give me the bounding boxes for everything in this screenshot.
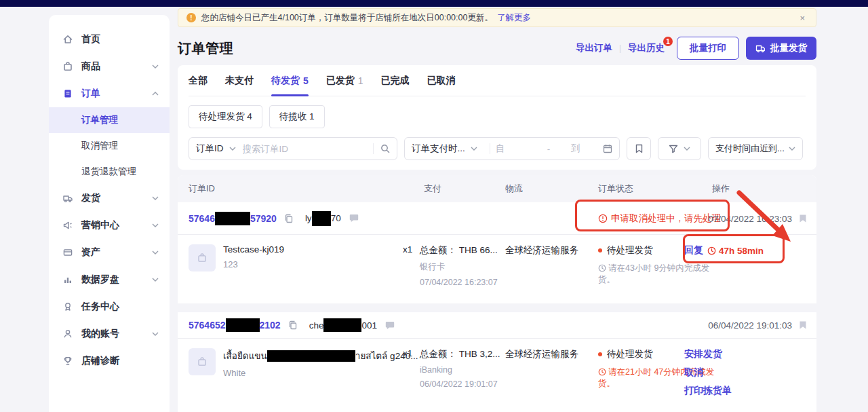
product-name: เสื้อยืดแขนายสไตล์ g240... <box>223 348 418 363</box>
data-compass-icon <box>62 274 73 285</box>
sidebar-item-marketing[interactable]: 营销中心 <box>49 212 170 239</box>
tab-unpaid[interactable]: 未支付 <box>225 65 254 96</box>
payment-method: iBanking <box>420 365 500 375</box>
arrange-shipment-link[interactable]: 安排发货 <box>684 348 732 360</box>
sidebar-label-products: 商品 <box>81 60 152 73</box>
status-note: 请在43小时 9分钟内完成发货。 <box>598 263 717 286</box>
order-id-link[interactable]: 5764657920 <box>189 212 277 225</box>
order-id-link[interactable]: 57646522102 <box>189 318 281 332</box>
orders-table: 订单ID 支付 物流 订单状态 操作 5764657920 ly70 <box>178 175 816 412</box>
sidebar-item-my-account[interactable]: 我的账号 <box>49 320 170 348</box>
banner-learn-more-link[interactable]: 了解更多 <box>497 12 531 24</box>
order-row-detail: Testcase-kj019 123 x1 总金额： THB 66... 银行卡… <box>178 235 816 303</box>
order-time: 07/04/2022 16:23:03 <box>708 213 792 223</box>
sidebar-item-home[interactable]: 首页 <box>49 26 170 53</box>
banner-close-icon[interactable]: × <box>797 13 808 23</box>
chevron-down-icon <box>152 223 159 227</box>
divider: | <box>619 43 621 53</box>
filter-button[interactable] <box>658 137 701 160</box>
sort-select[interactable]: 支付时间由近到... <box>708 137 803 160</box>
product-name: Testcase-kj019 <box>223 244 284 255</box>
sidebar-label-home: 首页 <box>81 33 159 45</box>
chevron-down-icon <box>229 147 236 151</box>
amount-value: THB 3,2... <box>459 349 500 359</box>
home-icon <box>62 34 73 45</box>
copy-icon[interactable] <box>288 320 297 330</box>
task-center-icon <box>62 301 73 312</box>
page-header: 订单管理 导出订单 | 导出历史 1 批量打印 批量发货 <box>178 34 816 62</box>
copy-icon[interactable] <box>284 214 293 223</box>
export-orders-link[interactable]: 导出订单 <box>576 42 612 54</box>
date-field-value: 订单支付时... <box>412 143 465 155</box>
search-input[interactable] <box>243 144 368 154</box>
chevron-down-icon <box>152 64 159 69</box>
sidebar-label-shipping: 发货 <box>81 192 152 204</box>
export-history-wrap: 导出历史 1 <box>628 42 665 54</box>
sidebar-item-orders[interactable]: 订单 <box>49 80 170 107</box>
actions-cell: 安排发货 取消 打印拣货单 <box>684 348 732 403</box>
sidebar-subitem-order-management[interactable]: 订单管理 <box>49 107 170 133</box>
order-icon <box>62 88 73 99</box>
sidebar-label-assets: 资产 <box>81 246 152 259</box>
payment-time: 06/04/2022 19:01:07 <box>420 379 500 389</box>
sub-status-chips: 待处理发货 4 待揽收 1 <box>189 105 806 128</box>
cancel-link[interactable]: 取消 <box>684 367 732 379</box>
warning-icon: ! <box>186 13 196 22</box>
tab-to-ship[interactable]: 待发货5 <box>271 65 309 96</box>
flag-icon[interactable] <box>799 214 807 223</box>
date-to-input[interactable]: 到 <box>550 143 601 155</box>
buyer-name[interactable]: ly70 <box>305 211 341 226</box>
tab-completed[interactable]: 已完成 <box>381 65 410 96</box>
product-cell[interactable]: Testcase-kj019 123 <box>189 244 284 271</box>
bookmark-icon <box>635 144 644 153</box>
redaction-block <box>323 318 361 332</box>
col-order-status: 订单状态 <box>598 183 633 195</box>
chip-pending-ship[interactable]: 待处理发货 4 <box>189 105 262 128</box>
search-icon[interactable] <box>379 144 397 153</box>
chat-icon[interactable] <box>385 321 395 330</box>
saved-filter-button[interactable] <box>627 137 651 160</box>
amount-label: 总金额： <box>420 245 456 255</box>
status-dot <box>598 248 602 252</box>
sidebar-item-task-center[interactable]: 任务中心 <box>49 293 170 320</box>
logistics-cell: 全球经济运输服务 <box>505 244 578 257</box>
divider <box>373 143 374 154</box>
sidebar-item-products[interactable]: 商品 <box>49 53 170 80</box>
redaction-block <box>226 318 260 332</box>
sidebar-item-shipping[interactable]: 发货 <box>49 185 170 212</box>
assets-icon <box>62 247 73 258</box>
order-identity: 57646522102 che001 <box>189 318 395 332</box>
batch-ship-button[interactable]: 批量发货 <box>746 37 816 60</box>
product-cell[interactable]: เสื้อยืดแขนายสไตล์ g240... White <box>189 348 418 378</box>
sidebar-label-task-center: 任务中心 <box>81 301 159 313</box>
sidebar-item-assets[interactable]: 资产 <box>49 239 170 266</box>
payment-cell: 总金额： THB 66... 银行卡 07/04/2022 16:23:07 <box>420 244 498 287</box>
date-from-input[interactable]: 自 <box>496 143 547 155</box>
print-picklist-link[interactable]: 打印拣货单 <box>684 385 732 397</box>
batch-print-button[interactable]: 批量打印 <box>677 37 739 60</box>
tab-shipped[interactable]: 已发货1 <box>326 65 363 96</box>
amount-label: 总金额： <box>420 349 456 359</box>
export-history-link[interactable]: 导出历史 <box>628 43 665 53</box>
chevron-down-icon <box>684 147 690 151</box>
buyer-name[interactable]: che001 <box>309 318 377 332</box>
sidebar-sublabel-cancel-management: 取消管理 <box>81 140 118 152</box>
tab-cancelled[interactable]: 已取消 <box>427 65 456 96</box>
flag-icon[interactable] <box>799 321 807 330</box>
chip-to-pickup[interactable]: 待揽收 1 <box>269 105 325 128</box>
sidebar-item-data-compass[interactable]: 数据罗盘 <box>49 266 170 293</box>
chat-icon[interactable] <box>349 214 359 223</box>
sidebar-subitem-return-refund[interactable]: 退货退款管理 <box>49 159 170 185</box>
reply-link[interactable]: 回复 <box>684 244 703 257</box>
tab-all[interactable]: 全部 <box>189 65 208 96</box>
sidebar-item-shop-diagnosis[interactable]: 店铺诊断 <box>49 348 170 375</box>
quantity: x1 <box>403 348 412 358</box>
col-logistics: 物流 <box>505 183 523 195</box>
chevron-down-icon <box>471 147 477 151</box>
product-variant: 123 <box>223 259 284 269</box>
calendar-icon[interactable] <box>601 144 619 153</box>
redaction-block <box>267 350 355 362</box>
search-field-select[interactable]: 订单ID <box>189 143 243 155</box>
date-field-select[interactable]: 订单支付时... <box>405 143 484 155</box>
sidebar-subitem-cancel-management[interactable]: 取消管理 <box>49 133 170 159</box>
